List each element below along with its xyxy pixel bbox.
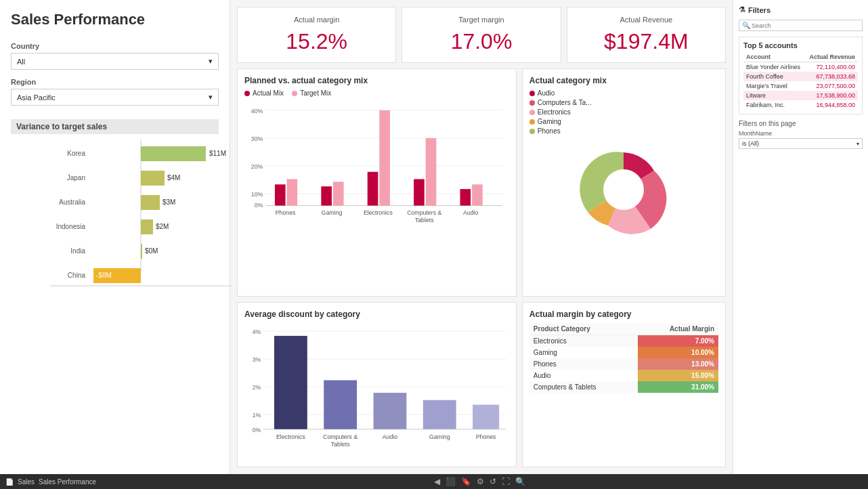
nav-bookmark-icon[interactable]: 🔖 <box>461 477 471 486</box>
audio-dot <box>529 91 535 96</box>
country-select[interactable]: All ▾ <box>11 53 219 70</box>
main-area: Sales Performance Country All ▾ Region A… <box>0 0 868 474</box>
phones-dot <box>529 129 535 134</box>
right-panel: ⚗ Filters 🔍 Top 5 accounts Account Actua… <box>733 0 868 474</box>
kpi-actual-revenue: Actual Revenue $197.4M <box>567 7 726 63</box>
margin-category: Audio <box>529 370 638 381</box>
region-filter-group: Region Asia Pacific ▾ <box>11 78 219 106</box>
kpi-target-margin-value: 17.0% <box>413 29 549 54</box>
filters-on-page: Filters on this page MonthName is (All) … <box>739 120 863 149</box>
svg-text:Computers &: Computers & <box>407 209 441 216</box>
svg-text:Korea: Korea <box>67 150 85 157</box>
margin-row: Electronics7.00% <box>529 335 718 347</box>
country-filter-group: Country All ▾ <box>11 42 219 70</box>
svg-rect-40 <box>414 179 425 205</box>
margin-table: Product Category Actual Margin Electroni… <box>529 323 718 393</box>
svg-rect-8 <box>141 195 160 210</box>
top5-title: Top 5 accounts <box>743 41 858 49</box>
svg-rect-63 <box>374 393 407 429</box>
variance-section: Variance to target sales Korea $11M Japa… <box>11 119 219 290</box>
bottom-charts-row: Average discount by category 4% 3% 2% 1%… <box>237 302 726 467</box>
margin-by-category: Actual margin by category Product Catego… <box>522 302 726 467</box>
kpi-actual-revenue-value: $197.4M <box>578 29 714 54</box>
svg-text:Gaming: Gaming <box>429 433 450 440</box>
nav-back-icon[interactable]: ◀ <box>434 477 440 486</box>
nav-stop-icon[interactable]: ⬛ <box>446 477 456 486</box>
country-label: Country <box>11 42 219 50</box>
discount-title: Average discount by category <box>244 310 509 319</box>
top5-row: Margie's Travel23,077,500.00 <box>743 81 858 91</box>
legend-electronics: Electronics <box>529 108 718 116</box>
svg-text:Phones: Phones <box>276 209 296 216</box>
svg-text:1%: 1% <box>253 412 261 419</box>
svg-text:$2M: $2M <box>156 223 169 230</box>
top5-account: Blue Yonder Airlines <box>743 62 805 72</box>
svg-rect-37 <box>333 182 344 205</box>
middle-charts-row: Planned vs. actual category mix Actual M… <box>237 68 726 297</box>
actual-mix-legend: Audio Computers & Ta... Electronics <box>529 89 718 135</box>
svg-rect-36 <box>321 186 332 205</box>
legend-target-mix: Target Mix <box>292 89 331 97</box>
svg-text:$0M: $0M <box>145 247 158 255</box>
svg-text:Audio: Audio <box>383 433 398 440</box>
actual-mix-title: Actual category mix <box>529 76 718 85</box>
top5-revenue: 72,110,400.00 <box>805 62 858 72</box>
kpi-actual-margin-value: 15.2% <box>248 29 385 54</box>
legend-computers: Computers & Ta... <box>529 99 718 106</box>
margin-category: Computers & Tablets <box>529 381 638 393</box>
filter-value-select[interactable]: is (All) ▾ <box>739 138 863 149</box>
top5-revenue: 17,538,900.00 <box>805 91 858 100</box>
svg-text:-$8M: -$8M <box>96 272 112 279</box>
svg-text:Tablets: Tablets <box>331 441 350 448</box>
planned-vs-actual-chart: Planned vs. actual category mix Actual M… <box>237 68 517 297</box>
svg-rect-35 <box>287 179 298 205</box>
variance-chart-svg: Korea $11M Japan $4M Australia $3M Indon… <box>50 140 232 289</box>
top5-revenue: 67,738,033.68 <box>805 72 858 81</box>
top5-row: Fabrikam, Inc.16,944,858.00 <box>743 100 858 110</box>
target-mix-dot <box>292 91 297 96</box>
filter-search[interactable]: 🔍 <box>739 20 863 31</box>
svg-text:Australia: Australia <box>59 198 85 206</box>
svg-rect-34 <box>275 184 286 205</box>
discount-chart-svg: 4% 3% 2% 1% 0% <box>244 323 509 459</box>
kpi-target-margin-label: Target margin <box>413 16 549 24</box>
margin-col-category: Product Category <box>529 323 638 335</box>
margin-col-value: Actual Margin <box>638 323 718 335</box>
kpi-actual-revenue-label: Actual Revenue <box>578 16 714 24</box>
chevron-down-icon: ▾ <box>209 57 213 66</box>
variance-bar-chart: Korea $11M Japan $4M Australia $3M Indon… <box>11 140 219 290</box>
svg-rect-64 <box>423 400 456 429</box>
filters-on-page-label: Filters on this page <box>739 120 863 127</box>
svg-text:Gaming: Gaming <box>322 209 343 216</box>
svg-rect-14 <box>141 244 142 259</box>
margin-category: Electronics <box>529 335 638 347</box>
svg-rect-61 <box>274 336 307 429</box>
svg-text:India: India <box>70 247 85 255</box>
nav-refresh-icon[interactable]: ↺ <box>490 477 496 486</box>
filters-title: ⚗ Filters <box>739 5 863 14</box>
top5-col-revenue: Actual Revenue <box>805 52 858 62</box>
svg-text:Electronics: Electronics <box>364 209 393 216</box>
search-input[interactable] <box>750 22 859 29</box>
svg-text:30%: 30% <box>251 135 263 142</box>
nav-settings-icon[interactable]: ⚙ <box>477 477 484 486</box>
kpi-actual-margin: Actual margin 15.2% <box>237 7 396 63</box>
legend-gaming: Gaming <box>529 118 718 125</box>
region-label: Region <box>11 78 219 86</box>
bottom-bar-center: ◀ ⬛ 🔖 ⚙ ↺ ⛶ 🔍 <box>434 477 525 486</box>
svg-rect-38 <box>368 172 378 206</box>
legend-audio: Audio <box>529 89 718 97</box>
kpi-actual-margin-label: Actual margin <box>248 16 385 24</box>
chevron-down-icon: ▾ <box>209 93 213 102</box>
region-select[interactable]: Asia Pacific ▾ <box>11 89 219 106</box>
legend-phones: Phones <box>529 127 718 135</box>
svg-text:4%: 4% <box>253 328 261 335</box>
chevron-down-icon: ▾ <box>856 141 859 147</box>
planned-chart-svg: 40% 30% 20% 10% 0% <box>244 100 509 228</box>
planned-legend: Actual Mix Target Mix <box>244 89 509 97</box>
nav-search-icon[interactable]: 🔍 <box>515 477 525 486</box>
bottom-bar-left: 📄 Sales Sales Performance <box>5 478 96 486</box>
svg-text:40%: 40% <box>251 108 263 114</box>
top5-card: Top 5 accounts Account Actual Revenue Bl… <box>739 37 863 114</box>
nav-fullscreen-icon[interactable]: ⛶ <box>502 477 510 486</box>
